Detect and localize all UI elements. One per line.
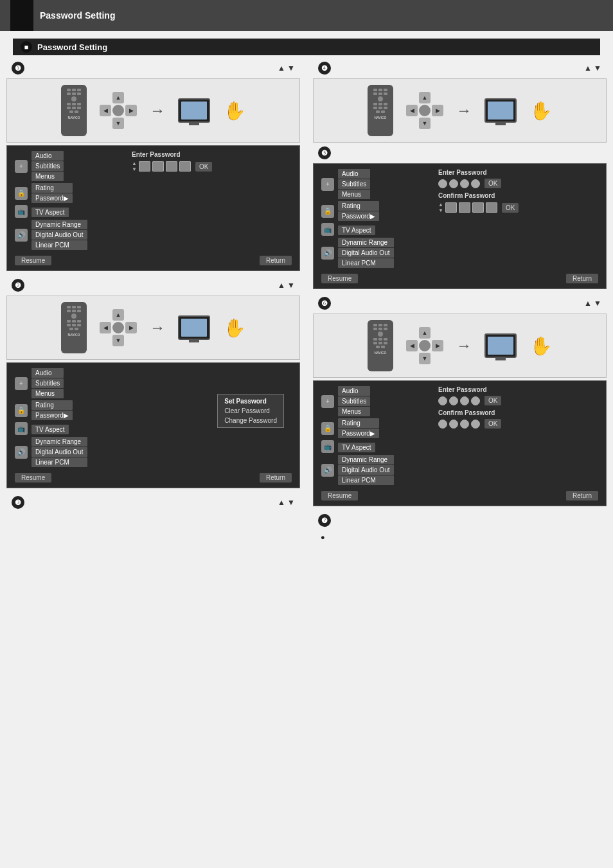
confirm-password-label-2: Confirm Password <box>438 409 598 416</box>
step5-num: ❺ <box>318 146 331 159</box>
menu3-audio: Audio <box>338 169 370 179</box>
step1-menu-screen: + Audio Subtitles Menus 🔒 Rating <box>6 145 300 271</box>
menu3-dynamic-range: Dynamic Range <box>338 238 394 247</box>
step4-diagram: NAVICO ▲ ◀ ▶ ▼ → 🤚 <box>313 78 607 143</box>
ok-btn-1[interactable]: OK <box>195 162 212 172</box>
menu4-icon-plus: + <box>321 395 334 408</box>
menu-dynamic-range: Dynamic Range <box>31 220 87 229</box>
return-btn-1[interactable]: Return <box>260 256 292 265</box>
step2-block: ❷ ▲ ▼ NAVICO ▲ ◀ <box>6 278 300 488</box>
menu3-digital-audio: Digital Audio Out <box>338 248 394 258</box>
confirm-password-panel-2: Confirm Password OK <box>438 409 598 429</box>
menu3-subtitles: Subtitles <box>338 179 370 189</box>
menu2-audio: Audio <box>31 368 64 378</box>
menu4-linear-pcm: Linear PCM <box>338 475 394 485</box>
step4-remote: NAVICO <box>368 85 393 136</box>
ok-btn-5[interactable]: OK <box>484 419 501 429</box>
menu4-rating: Rating <box>338 418 379 428</box>
ok-btn-2[interactable]: OK <box>484 179 501 188</box>
menu-password: Password▶ <box>31 193 73 203</box>
submenu-change-password[interactable]: Change Password <box>224 416 277 425</box>
menu3-icon-tv: 📺 <box>321 223 334 236</box>
step6-arrows: ▲ ▼ <box>584 299 601 308</box>
step2-diagram: NAVICO ▲ ◀ ▶ ▼ → 🤚 <box>6 296 300 360</box>
confirm-password-panel: Confirm Password ▲ ▼ OK <box>438 192 598 213</box>
menu-subtitles: Subtitles <box>31 161 64 171</box>
step2-num: ❷ <box>12 279 24 292</box>
step4-header: ❹ ▲ ▼ <box>313 60 607 76</box>
step2-header: ❷ ▲ ▼ <box>6 278 300 293</box>
step4-num: ❹ <box>318 62 331 75</box>
submenu-popup: Set Password Clear Password Change Passw… <box>217 394 284 428</box>
return-btn-4[interactable]: Return <box>566 491 598 500</box>
section-label-bar: ■ Password Setting <box>13 39 600 55</box>
step6-remote: NAVICO <box>368 320 393 371</box>
menu2-subtitles: Subtitles <box>31 378 64 388</box>
step1-num: ❶ <box>12 62 24 75</box>
menu4-menus: Menus <box>338 407 370 416</box>
menu-icon-plus: + <box>15 160 28 173</box>
submenu-clear-password[interactable]: Clear Password <box>224 407 277 415</box>
enter-password-label-3: Enter Password <box>438 386 598 393</box>
resume-btn-1[interactable]: Resume <box>15 256 51 265</box>
return-btn-3[interactable]: Return <box>566 274 598 283</box>
step6-monitor <box>484 333 517 358</box>
step2-remote: NAVICO <box>61 302 87 353</box>
step7-header: ❼ <box>313 513 607 528</box>
menu-icon-lock: 🔒 <box>15 187 28 200</box>
enter-password-label-2: Enter Password <box>438 169 598 176</box>
step4-block: ❹ ▲ ▼ NAVICO ▲ ◀ <box>313 60 607 289</box>
step4-hand: 🤚 <box>529 100 552 121</box>
menu4-dynamic-range: Dynamic Range <box>338 455 394 465</box>
menu3-tv-aspect: TV Aspect <box>338 226 375 235</box>
menu3-linear-pcm: Linear PCM <box>338 258 394 268</box>
menu3-icon-lock: 🔒 <box>321 205 334 218</box>
step6-num: ❻ <box>318 297 331 310</box>
menu2-linear-pcm: Linear PCM <box>31 457 87 467</box>
step6-diagram: NAVICO ▲ ◀ ▶ ▼ → 🤚 <box>313 314 607 378</box>
menu-tv-aspect: TV Aspect <box>31 208 69 217</box>
menu-digital-audio: Digital Audio Out <box>31 230 87 240</box>
menu2-icon-tv: 📺 <box>15 422 28 435</box>
resume-btn-2[interactable]: Resume <box>15 473 51 483</box>
menu-rating: Rating <box>31 183 73 193</box>
step3-arrows: ▲ ▼ <box>278 498 295 507</box>
menu2-digital-audio: Digital Audio Out <box>31 447 87 457</box>
step2-arrows: ▲ ▼ <box>278 281 295 290</box>
menu3-rating: Rating <box>338 201 379 211</box>
menu3-menus: Menus <box>338 190 370 199</box>
return-btn-2[interactable]: Return <box>260 473 292 483</box>
step4-dpad: ▲ ◀ ▶ ▼ <box>406 92 443 129</box>
step1-diagram: NAVICO ▲ ◀ ▶ ▼ → 🤚 <box>6 78 300 143</box>
menu4-password: Password▶ <box>338 429 379 438</box>
menu2-tv-aspect: TV Aspect <box>31 425 69 434</box>
menu-audio: Audio <box>31 151 64 161</box>
section-label: Password Setting <box>37 42 107 52</box>
step4-menu-screen: + Audio Subtitles Menus 🔒 Rating <box>313 163 607 289</box>
step5-label: ❺ <box>313 145 607 161</box>
resume-btn-3[interactable]: Resume <box>321 274 358 283</box>
section-dot: ■ <box>21 41 32 53</box>
menu3-icon-audio: 🔊 <box>321 247 334 260</box>
resume-btn-4[interactable]: Resume <box>321 491 358 500</box>
main-content: ❶ ▲ ▼ NAVICO ▲ ◀ <box>0 60 613 544</box>
submenu-set-password[interactable]: Set Password <box>224 397 277 405</box>
menu2-rating: Rating <box>31 400 73 410</box>
ok-btn-3[interactable]: OK <box>502 203 519 213</box>
step1-hand: 🤚 <box>223 100 245 121</box>
ok-btn-4[interactable]: OK <box>484 396 501 405</box>
step6-block: ❻ ▲ ▼ NAVICO ▲ ◀ <box>313 296 607 506</box>
step6-dpad: ▲ ◀ ▶ ▼ <box>406 327 443 364</box>
step6-hand: 🤚 <box>529 335 552 357</box>
menu3-password: Password▶ <box>338 211 379 221</box>
step1-password-panel: Enter Password ▲ ▼ OK <box>132 151 292 172</box>
menu-icon-audio: 🔊 <box>15 229 28 242</box>
confirm-password-label: Confirm Password <box>438 192 598 199</box>
step1-remote: NAVICO <box>61 85 87 136</box>
menu-linear-pcm: Linear PCM <box>31 240 87 250</box>
menu2-password: Password▶ <box>31 411 73 420</box>
enter-password-panel: Enter Password OK <box>438 169 598 188</box>
step1-header: ❶ ▲ ▼ <box>6 60 300 76</box>
menu4-audio: Audio <box>338 386 370 396</box>
step4-arrow: → <box>456 102 472 120</box>
